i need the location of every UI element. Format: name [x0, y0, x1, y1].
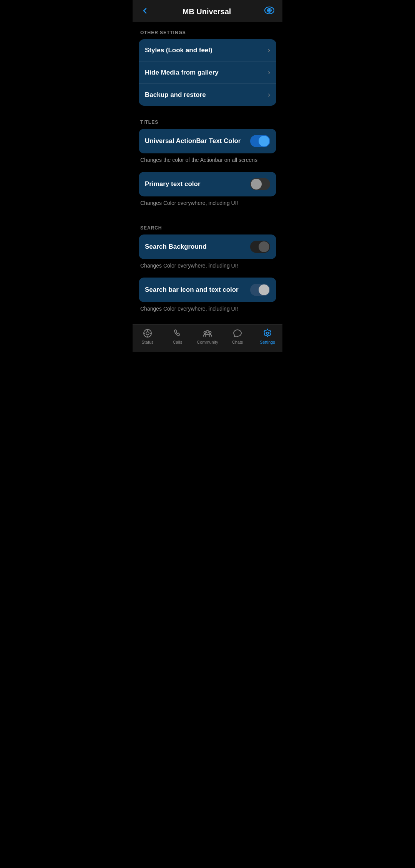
- primary-text-color-toggle[interactable]: [250, 178, 270, 190]
- actionbar-color-row[interactable]: Universal ActionBar Text Color: [139, 129, 276, 153]
- actionbar-color-toggle[interactable]: [250, 135, 270, 147]
- styles-chevron: ›: [268, 46, 270, 54]
- calls-label: Calls: [173, 340, 182, 344]
- svg-point-9: [206, 331, 209, 333]
- search-background-toggle[interactable]: [250, 241, 270, 253]
- svg-point-12: [266, 332, 269, 334]
- bottom-navigation: Status Calls Community Chats Setti: [133, 324, 282, 352]
- hide-media-item[interactable]: Hide Media from gallery ›: [139, 62, 276, 84]
- search-background-label: Search Background: [145, 243, 207, 251]
- gap-1: [139, 109, 276, 120]
- status-label: Status: [141, 340, 153, 344]
- search-bar-icon-toggle[interactable]: [250, 284, 270, 296]
- primary-text-color-row[interactable]: Primary text color: [139, 172, 276, 196]
- svg-point-4: [146, 332, 149, 335]
- styles-label: Styles (Look and feel): [145, 47, 212, 54]
- eye-icon[interactable]: [264, 6, 275, 17]
- search-background-knob: [259, 241, 269, 252]
- primary-text-color-desc: Changes Color everywhere, including UI!: [139, 200, 276, 207]
- section-label-titles: TITLES: [139, 120, 276, 125]
- search-bar-icon-desc: Changes Color everywhere, including UI!: [139, 305, 276, 313]
- primary-text-color-label: Primary text color: [145, 180, 201, 188]
- actionbar-color-desc: Changes the color of the Actionbar on al…: [139, 156, 276, 164]
- chats-label: Chats: [232, 340, 243, 344]
- community-label: Community: [197, 340, 218, 344]
- gap-2: [139, 215, 276, 225]
- hide-media-label: Hide Media from gallery: [145, 69, 219, 76]
- status-icon: [143, 328, 153, 338]
- community-icon: [203, 328, 212, 338]
- settings-label: Settings: [260, 340, 275, 344]
- primary-text-color-knob: [251, 179, 262, 190]
- other-settings-card: Styles (Look and feel) › Hide Media from…: [139, 39, 276, 106]
- nav-item-status[interactable]: Status: [133, 328, 163, 344]
- settings-content: OTHER SETTINGS Styles (Look and feel) › …: [133, 22, 282, 324]
- nav-item-community[interactable]: Community: [193, 328, 222, 344]
- section-label-search: SEARCH: [139, 225, 276, 231]
- hide-media-chevron: ›: [268, 68, 270, 76]
- styles-item[interactable]: Styles (Look and feel) ›: [139, 39, 276, 62]
- search-bar-icon-knob: [259, 284, 269, 295]
- backup-chevron: ›: [268, 91, 270, 99]
- nav-item-settings[interactable]: Settings: [252, 328, 282, 344]
- calls-icon: [173, 328, 183, 338]
- actionbar-color-knob: [259, 136, 269, 146]
- svg-point-11: [209, 332, 211, 334]
- nav-item-chats[interactable]: Chats: [222, 328, 252, 344]
- svg-point-2: [269, 10, 271, 12]
- actionbar-color-label: Universal ActionBar Text Color: [145, 137, 241, 145]
- settings-icon: [262, 328, 272, 338]
- back-button[interactable]: [140, 6, 149, 17]
- backup-label: Backup and restore: [145, 91, 206, 99]
- search-bar-icon-row[interactable]: Search bar icon and text color: [139, 278, 276, 302]
- search-background-desc: Changes Color everywhere, including UI!: [139, 262, 276, 270]
- backup-item[interactable]: Backup and restore ›: [139, 84, 276, 106]
- app-header: MB Universal: [133, 0, 282, 22]
- page-title: MB Universal: [183, 7, 231, 16]
- nav-item-calls[interactable]: Calls: [163, 328, 193, 344]
- svg-point-10: [204, 332, 206, 334]
- search-bar-icon-label: Search bar icon and text color: [145, 286, 239, 294]
- chats-icon: [232, 328, 242, 338]
- search-background-row[interactable]: Search Background: [139, 234, 276, 259]
- section-label-other: OTHER SETTINGS: [139, 30, 276, 35]
